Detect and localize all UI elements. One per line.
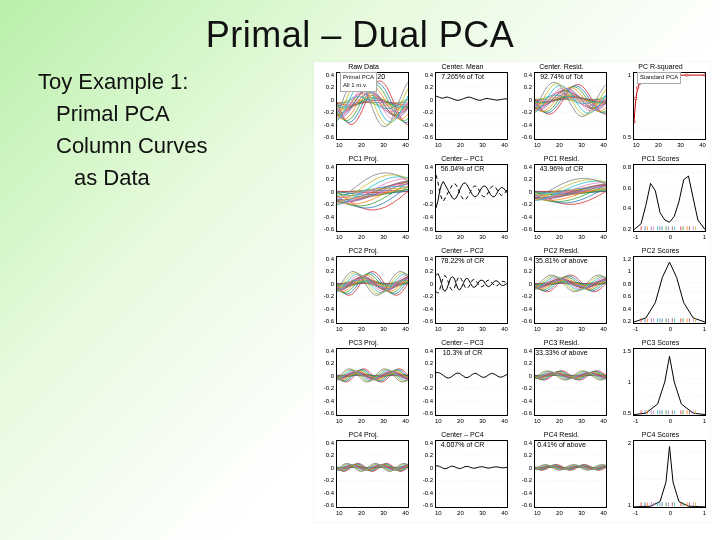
chart-annotation: 10.3% of CR [443, 349, 483, 356]
chart-cell: PC1 Proj.0.40.20-0.2-0.4-0.610203040 [314, 154, 413, 246]
chart-title: PC2 Scores [611, 247, 710, 254]
svg-rect-22 [637, 87, 639, 89]
chart-cell: Center – PC310.3% of CR0.40.20-0.2-0.4-0… [413, 338, 512, 430]
svg-rect-33 [686, 74, 688, 76]
chart-plot [633, 348, 706, 416]
chart-plot [534, 256, 607, 324]
x-tick-labels: 10203040 [534, 234, 607, 244]
y-tick-labels: 0.40.20-0.2-0.4-0.6 [415, 348, 433, 416]
chart-cell: Center – PC278.22% of CR0.40.20-0.2-0.4-… [413, 246, 512, 338]
chart-grid: Raw Datad = 40, n = 20Primal PCAAll 1 m.… [314, 62, 710, 522]
chart-plot [435, 72, 508, 140]
chart-plot [435, 256, 508, 324]
y-tick-labels: 0.40.20-0.2-0.4-0.6 [514, 440, 532, 508]
x-tick-labels: 10203040 [336, 418, 409, 428]
x-tick-labels: 10203040 [435, 142, 508, 152]
x-tick-labels: 10203040 [534, 326, 607, 336]
chart-cell: PC1 Resid.43.96% of CR0.40.20-0.2-0.4-0.… [512, 154, 611, 246]
chart-cell: PC1 Scores0.80.60.40.2-101 [611, 154, 710, 246]
y-tick-labels: 1.510.5 [613, 348, 631, 416]
svg-rect-21 [635, 98, 637, 100]
x-tick-labels: -101 [633, 418, 706, 428]
chart-annotation: 56.04% of CR [441, 165, 485, 172]
chart-title: PC R-squared [611, 63, 710, 70]
chart-cell: PC R-squaredStandard PCA10.510203040 [611, 62, 710, 154]
body-line-1: Toy Example 1: [38, 66, 208, 98]
chart-cell: Center. Mean7.265% of Tot0.40.20-0.2-0.4… [413, 62, 512, 154]
y-tick-labels: 0.80.60.40.2 [613, 164, 631, 232]
svg-rect-34 [704, 74, 705, 76]
slide-title: Primal – Dual PCA [0, 14, 720, 56]
x-tick-labels: 10203040 [435, 510, 508, 520]
chart-title: PC2 Proj. [314, 247, 413, 254]
chart-plot [633, 256, 706, 324]
y-tick-labels: 0.40.20-0.2-0.4-0.6 [316, 440, 334, 508]
chart-title: PC3 Scores [611, 339, 710, 346]
chart-cell: PC4 Resid.0.41% of above0.40.20-0.2-0.4-… [512, 430, 611, 522]
y-tick-labels: 0.40.20-0.2-0.4-0.6 [415, 440, 433, 508]
chart-title: PC1 Resid. [512, 155, 611, 162]
slide: Primal – Dual PCA Toy Example 1: Primal … [0, 0, 720, 540]
chart-title: PC4 Resid. [512, 431, 611, 438]
y-tick-labels: 0.40.20-0.2-0.4-0.6 [316, 256, 334, 324]
chart-cell: PC2 Proj.0.40.20-0.2-0.4-0.610203040 [314, 246, 413, 338]
chart-title: Center. Resid. [512, 63, 611, 70]
y-tick-labels: 0.40.20-0.2-0.4-0.6 [415, 72, 433, 140]
chart-cell: Center. Resid.92.74% of Tot0.40.20-0.2-0… [512, 62, 611, 154]
chart-title: Raw Data [314, 63, 413, 70]
chart-cell: Center – PC44.007% of CR0.40.20-0.2-0.4-… [413, 430, 512, 522]
chart-cell: PC2 Scores1.210.80.60.40.2-101 [611, 246, 710, 338]
x-tick-labels: 10203040 [336, 326, 409, 336]
chart-plot [633, 164, 706, 232]
body-line-3: Column Curves [38, 130, 208, 162]
y-tick-labels: 0.40.20-0.2-0.4-0.6 [514, 256, 532, 324]
x-tick-labels: -101 [633, 510, 706, 520]
chart-row: PC3 Proj.0.40.20-0.2-0.4-0.610203040Cent… [314, 338, 710, 430]
chart-cell: PC4 Scores21-101 [611, 430, 710, 522]
x-tick-labels: 10203040 [435, 418, 508, 428]
body-line-2: Primal PCA [38, 98, 208, 130]
chart-row: PC1 Proj.0.40.20-0.2-0.4-0.610203040Cent… [314, 154, 710, 246]
x-tick-labels: 10203040 [336, 510, 409, 520]
chart-cell: Raw Datad = 40, n = 20Primal PCAAll 1 m.… [314, 62, 413, 154]
chart-title: Center – PC1 [413, 155, 512, 162]
body-line-4: as Data [38, 162, 208, 194]
chart-annotation: 33.33% of above [535, 349, 588, 356]
chart-annotation: 4.007% of CR [441, 441, 485, 448]
chart-title: PC4 Proj. [314, 431, 413, 438]
svg-rect-20 [634, 121, 635, 123]
chart-annotation: 78.22% of CR [441, 257, 485, 264]
chart-annotation: 92.74% of Tot [540, 73, 583, 80]
chart-title: PC1 Proj. [314, 155, 413, 162]
y-tick-labels: 0.40.20-0.2-0.4-0.6 [415, 164, 433, 232]
chart-cell: PC2 Resid.35.81% of above0.40.20-0.2-0.4… [512, 246, 611, 338]
y-tick-labels: 10.5 [613, 72, 631, 140]
chart-annotation: 7.265% of Tot [441, 73, 484, 80]
x-tick-labels: -101 [633, 326, 706, 336]
chart-plot [534, 72, 607, 140]
chart-row: PC2 Proj.0.40.20-0.2-0.4-0.610203040Cent… [314, 246, 710, 338]
chart-plot [633, 440, 706, 508]
chart-plot [435, 348, 508, 416]
x-tick-labels: -101 [633, 234, 706, 244]
y-tick-labels: 0.40.20-0.2-0.4-0.6 [316, 164, 334, 232]
chart-annotation: 43.96% of CR [540, 165, 584, 172]
chart-legend: Primal PCAAll 1 m.v. [340, 72, 377, 92]
chart-cell: Center – PC156.04% of CR0.40.20-0.2-0.4-… [413, 154, 512, 246]
y-tick-labels: 0.40.20-0.2-0.4-0.6 [415, 256, 433, 324]
chart-row: PC4 Proj.0.40.20-0.2-0.4-0.610203040Cent… [314, 430, 710, 522]
y-tick-labels: 1.210.80.60.40.2 [613, 256, 631, 324]
chart-cell: PC3 Resid.33.33% of above0.40.20-0.2-0.4… [512, 338, 611, 430]
x-tick-labels: 10203040 [534, 142, 607, 152]
x-tick-labels: 10203040 [435, 234, 508, 244]
chart-plot [534, 164, 607, 232]
x-tick-labels: 10203040 [336, 142, 409, 152]
chart-title: Center – PC4 [413, 431, 512, 438]
chart-title: PC3 Resid. [512, 339, 611, 346]
x-tick-labels: 10203040 [336, 234, 409, 244]
y-tick-labels: 0.40.20-0.2-0.4-0.6 [514, 164, 532, 232]
x-tick-labels: 10203040 [534, 510, 607, 520]
chart-plot [336, 348, 409, 416]
chart-plot [336, 164, 409, 232]
chart-legend: Standard PCA [637, 72, 681, 84]
